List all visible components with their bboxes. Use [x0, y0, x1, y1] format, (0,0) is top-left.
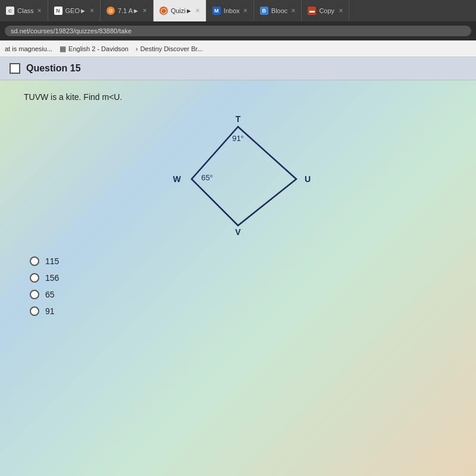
bookmark-destiny[interactable]: › Destiny Discover Br... — [136, 45, 203, 52]
angle-T-label: 91° — [232, 134, 244, 143]
bookmark-destiny-label: Destiny Discover Br... — [140, 45, 203, 52]
tab-favicon-class: C — [6, 7, 14, 15]
tab-favicon-geo: N — [54, 7, 62, 15]
tab-label-copy: Copy — [319, 7, 334, 14]
option-91[interactable]: 91 — [30, 306, 452, 316]
question-title: Question 15 — [26, 63, 81, 74]
browser-chrome: C Class × N GEO► × ⊙ 7.1 A► × ◯ Quizi► ×… — [0, 0, 476, 57]
tab-inbox[interactable]: M Inbox × — [206, 0, 254, 21]
tab-label-inbox: Inbox — [224, 7, 240, 14]
vertex-W-label: W — [173, 174, 181, 184]
bookmark-magnesium[interactable]: at is magnesiu... — [5, 45, 52, 52]
tab-label-7ia: 7.1 A► — [118, 7, 139, 14]
tab-favicon-7ia: ⊙ — [107, 7, 115, 15]
vertex-U-label: U — [305, 174, 311, 184]
tab-label-bloom: Blooc — [271, 7, 288, 14]
tab-label-class: Class — [17, 7, 34, 14]
question-text: TUVW is a kite. Find m<U. — [24, 92, 452, 102]
angle-W-label: 65° — [201, 173, 213, 182]
option-156-label: 156 — [45, 273, 59, 283]
bookmark-english[interactable]: ▦ English 2 - Davidson — [60, 45, 129, 53]
bookmark-english-label: English 2 - Davidson — [68, 45, 129, 52]
tab-favicon-quiz: ◯ — [159, 7, 168, 15]
tab-class[interactable]: C Class × — [0, 0, 48, 21]
tab-favicon-bloom: B — [260, 7, 268, 15]
tab-close-copy[interactable]: × — [335, 7, 343, 15]
option-156[interactable]: 156 — [30, 273, 452, 283]
tab-geo[interactable]: N GEO► × — [48, 0, 101, 21]
tab-close-geo[interactable]: × — [86, 7, 94, 15]
question-checkbox[interactable] — [10, 63, 20, 74]
tab-bloom[interactable]: B Blooc × — [254, 0, 302, 21]
tab-favicon-inbox: M — [212, 7, 221, 15]
radio-91[interactable] — [30, 306, 39, 316]
option-65-label: 65 — [45, 290, 55, 299]
answer-options: 115 156 65 91 — [24, 256, 452, 316]
option-65[interactable]: 65 — [30, 290, 452, 299]
tab-close-quiz[interactable]: × — [192, 7, 200, 15]
bookmarks-bar: at is magnesiu... ▦ English 2 - Davidson… — [0, 40, 476, 57]
vertex-V-label: V — [235, 227, 241, 237]
bookmark-magnesium-label: at is magnesiu... — [5, 45, 52, 52]
tab-close-inbox[interactable]: × — [240, 7, 248, 15]
table-icon: ▦ — [60, 45, 66, 53]
tab-bar: C Class × N GEO► × ⊙ 7.1 A► × ◯ Quizi► ×… — [0, 0, 476, 21]
question-header: Question 15 — [0, 57, 476, 80]
radio-115[interactable] — [30, 256, 39, 266]
tab-close-bloom[interactable]: × — [287, 7, 295, 15]
option-91-label: 91 — [45, 306, 55, 316]
tab-7ia[interactable]: ⊙ 7.1 A► × — [101, 0, 154, 21]
radio-156[interactable] — [30, 273, 39, 283]
vertex-T-label: T — [236, 114, 241, 124]
content-area: Question 15 TUVW is a kite. Find m<U. T … — [0, 57, 476, 476]
chevron-right-icon: › — [136, 45, 138, 52]
tab-label-geo: GEO► — [65, 7, 86, 14]
option-115[interactable]: 115 — [30, 256, 452, 266]
tab-copy[interactable]: ▬ Copy × — [302, 0, 349, 21]
tab-close-7ia[interactable]: × — [139, 7, 147, 15]
tab-quiz[interactable]: ◯ Quizi► × — [154, 0, 206, 21]
radio-65[interactable] — [30, 290, 39, 299]
tab-close-class[interactable]: × — [34, 7, 42, 15]
address-input[interactable] — [5, 26, 471, 36]
option-115-label: 115 — [45, 256, 59, 266]
tab-favicon-copy: ▬ — [308, 7, 316, 15]
address-bar — [0, 21, 476, 40]
kite-svg: T U V W 91° 65° — [155, 114, 321, 245]
tab-label-quiz: Quizi► — [171, 7, 192, 14]
question-body: TUVW is a kite. Find m<U. T U V W 91° 65… — [0, 80, 476, 476]
kite-diagram: T U V W 91° 65° — [24, 114, 452, 245]
